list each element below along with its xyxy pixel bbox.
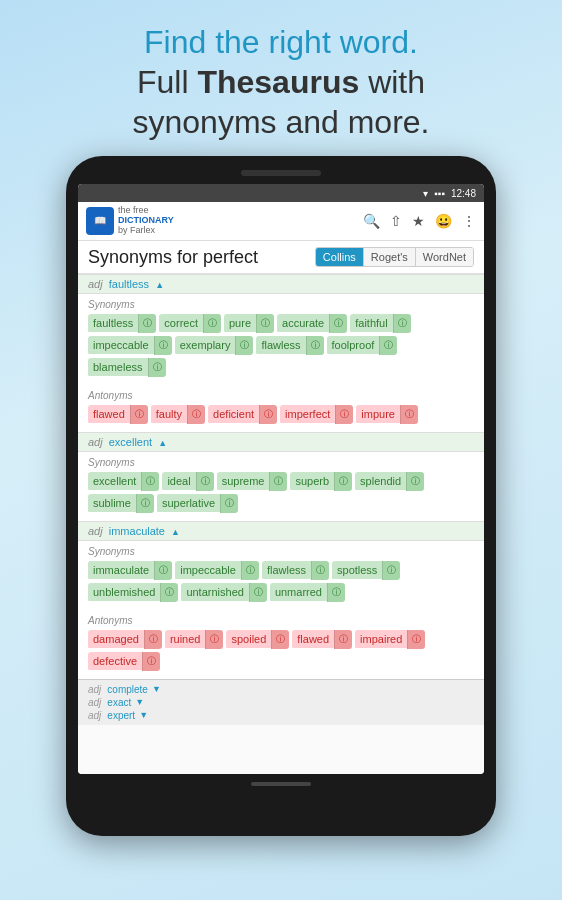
faultless-synonyms-block: Synonyms faultless ⓘ correct ⓘ pure ⓘ bbox=[78, 294, 484, 385]
chip-flawless2[interactable]: flawless ⓘ bbox=[262, 561, 329, 580]
chip-deficient[interactable]: deficient ⓘ bbox=[208, 405, 277, 424]
chip-ruined[interactable]: ruined ⓘ bbox=[165, 630, 224, 649]
chip-exemplary[interactable]: exemplary ⓘ bbox=[175, 336, 254, 355]
nav-complete[interactable]: adj complete ▼ bbox=[88, 683, 474, 696]
immaculate-synonyms-grid: immaculate ⓘ impeccable ⓘ flawless ⓘ spo… bbox=[88, 561, 474, 602]
faultless-synonyms-grid: faultless ⓘ correct ⓘ pure ⓘ accurate ⓘ bbox=[88, 314, 474, 377]
chip-defective[interactable]: defective ⓘ bbox=[88, 652, 160, 671]
immaculate-antonyms-block: Antonyms damaged ⓘ ruined ⓘ spoiled ⓘ bbox=[78, 610, 484, 679]
chip-sublime[interactable]: sublime ⓘ bbox=[88, 494, 154, 513]
logo-text: the free DICTIONARY by Farlex bbox=[118, 206, 174, 236]
chip-immaculate[interactable]: immaculate ⓘ bbox=[88, 561, 172, 580]
more-icon[interactable]: ⋮ bbox=[462, 213, 476, 229]
chip-unblemished[interactable]: unblemished ⓘ bbox=[88, 583, 178, 602]
tab-group: Collins Roget's WordNet bbox=[315, 247, 474, 267]
chip-pure[interactable]: pure ⓘ bbox=[224, 314, 274, 333]
app-header: Find the right word. Full Thesaurus with… bbox=[102, 0, 459, 156]
phone-device: ▾ ▪▪▪ 12:48 📖 the free DICTIONARY by Far… bbox=[66, 156, 496, 836]
chip-flawed2[interactable]: flawed ⓘ bbox=[292, 630, 352, 649]
app-logo: 📖 the free DICTIONARY by Farlex bbox=[86, 206, 174, 236]
chip-faithful[interactable]: faithful ⓘ bbox=[350, 314, 410, 333]
immaculate-antonyms-grid: damaged ⓘ ruined ⓘ spoiled ⓘ flawed ⓘ bbox=[88, 630, 474, 671]
section-header-immaculate: adj immaculate ▲ bbox=[78, 521, 484, 541]
excellent-synonyms-block: Synonyms excellent ⓘ ideal ⓘ supreme ⓘ bbox=[78, 452, 484, 521]
faultless-antonyms-block: Antonyms flawed ⓘ faulty ⓘ deficient ⓘ bbox=[78, 385, 484, 432]
chip-flawless[interactable]: flawless ⓘ bbox=[256, 336, 323, 355]
section-header-excellent: adj excellent ▲ bbox=[78, 432, 484, 452]
chip-correct[interactable]: correct ⓘ bbox=[159, 314, 221, 333]
chip-impaired[interactable]: impaired ⓘ bbox=[355, 630, 425, 649]
page-title: Synonyms for perfect bbox=[88, 247, 258, 268]
search-icon[interactable]: 🔍 bbox=[363, 213, 380, 229]
tab-rogets[interactable]: Roget's bbox=[364, 248, 416, 266]
chip-faultless[interactable]: faultless ⓘ bbox=[88, 314, 156, 333]
nav-exact[interactable]: adj exact ▼ bbox=[88, 696, 474, 709]
chip-supreme[interactable]: supreme ⓘ bbox=[217, 472, 288, 491]
chip-impeccable[interactable]: impeccable ⓘ bbox=[88, 336, 172, 355]
chip-faulty[interactable]: faulty ⓘ bbox=[151, 405, 205, 424]
share-icon[interactable]: ⇧ bbox=[390, 213, 402, 229]
logo-icon: 📖 bbox=[86, 207, 114, 235]
phone-home-button[interactable] bbox=[251, 782, 311, 786]
toolbar-icons: 🔍 ⇧ ★ 😀 ⋮ bbox=[363, 213, 476, 229]
chip-unmarred[interactable]: unmarred ⓘ bbox=[270, 583, 345, 602]
chip-spoiled[interactable]: spoiled ⓘ bbox=[226, 630, 289, 649]
chip-splendid[interactable]: splendid ⓘ bbox=[355, 472, 424, 491]
chip-imperfect[interactable]: imperfect ⓘ bbox=[280, 405, 353, 424]
status-bar: ▾ ▪▪▪ 12:48 bbox=[78, 184, 484, 202]
chip-ideal[interactable]: ideal ⓘ bbox=[162, 472, 213, 491]
chip-excellent[interactable]: excellent ⓘ bbox=[88, 472, 159, 491]
star-icon[interactable]: ★ bbox=[412, 213, 425, 229]
tab-collins[interactable]: Collins bbox=[316, 248, 364, 266]
nav-expert[interactable]: adj expert ▼ bbox=[88, 709, 474, 722]
chip-flawed[interactable]: flawed ⓘ bbox=[88, 405, 148, 424]
header-line2: Full Thesaurus with bbox=[132, 62, 429, 102]
content-area[interactable]: adj faultless ▲ Synonyms faultless ⓘ cor… bbox=[78, 274, 484, 774]
wifi-icon: ▾ bbox=[423, 188, 428, 199]
chip-damaged[interactable]: damaged ⓘ bbox=[88, 630, 162, 649]
chip-superlative[interactable]: superlative ⓘ bbox=[157, 494, 238, 513]
bottom-nav: adj complete ▼ adj exact ▼ adj expert ▼ bbox=[78, 679, 484, 725]
phone-screen: ▾ ▪▪▪ 12:48 📖 the free DICTIONARY by Far… bbox=[78, 184, 484, 774]
tab-wordnet[interactable]: WordNet bbox=[416, 248, 473, 266]
chip-foolproof[interactable]: foolproof ⓘ bbox=[327, 336, 398, 355]
chip-spotless[interactable]: spotless ⓘ bbox=[332, 561, 400, 580]
section-header-faultless: adj faultless ▲ bbox=[78, 274, 484, 294]
app-toolbar: 📖 the free DICTIONARY by Farlex 🔍 ⇧ ★ 😀 … bbox=[78, 202, 484, 241]
header-line3: synonyms and more. bbox=[132, 102, 429, 142]
chip-impure[interactable]: impure ⓘ bbox=[356, 405, 418, 424]
chip-superb[interactable]: superb ⓘ bbox=[290, 472, 352, 491]
immaculate-synonyms-block: Synonyms immaculate ⓘ impeccable ⓘ flawl… bbox=[78, 541, 484, 610]
chip-accurate[interactable]: accurate ⓘ bbox=[277, 314, 347, 333]
emoji-icon[interactable]: 😀 bbox=[435, 213, 452, 229]
faultless-antonyms-grid: flawed ⓘ faulty ⓘ deficient ⓘ imperfect … bbox=[88, 405, 474, 424]
chip-impeccable2[interactable]: impeccable ⓘ bbox=[175, 561, 259, 580]
chip-blameless[interactable]: blameless ⓘ bbox=[88, 358, 166, 377]
excellent-synonyms-grid: excellent ⓘ ideal ⓘ supreme ⓘ superb ⓘ bbox=[88, 472, 474, 513]
signal-icon: ▪▪▪ bbox=[434, 188, 445, 199]
header-line1: Find the right word. bbox=[132, 22, 429, 62]
phone-speaker bbox=[241, 170, 321, 176]
time-display: 12:48 bbox=[451, 188, 476, 199]
title-row: Synonyms for perfect Collins Roget's Wor… bbox=[78, 241, 484, 274]
chip-untarnished[interactable]: untarnished ⓘ bbox=[181, 583, 267, 602]
